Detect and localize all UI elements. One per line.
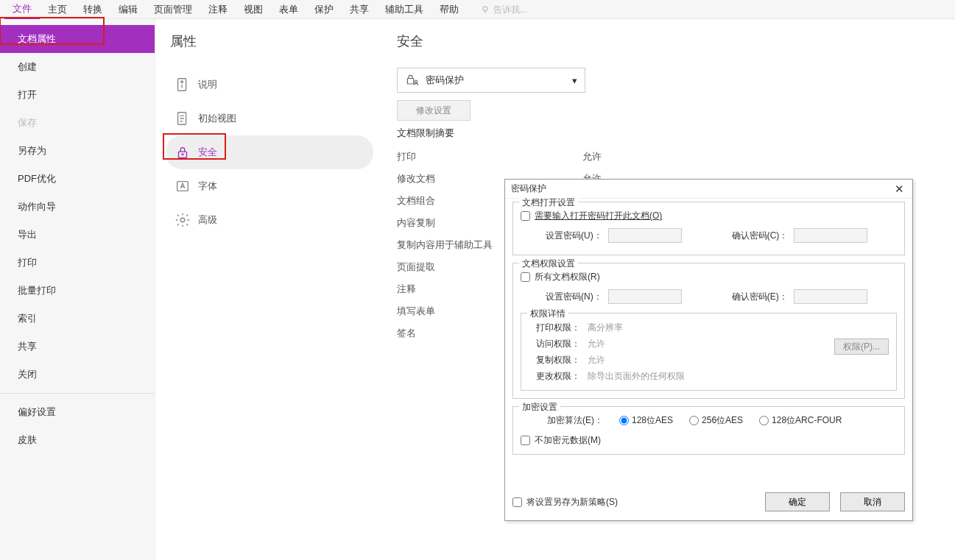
open-settings-group: 文档打开设置 需要输入打开密码打开此文档(O) 设置密码(U)： 确认密码(C)… — [512, 202, 905, 255]
enc-radio[interactable] — [619, 416, 629, 425]
ribbon-tab-protect[interactable]: 保护 — [306, 0, 342, 19]
enc-opt-128arcfour[interactable]: 128位ARC-FOUR — [759, 414, 842, 427]
properties-panel: 属性 说明 初始视图 安全 字体 高级 — [155, 19, 384, 560]
menu-share[interactable]: 共享 — [0, 333, 155, 361]
prop-item-description[interactable]: 说明 — [166, 68, 373, 102]
menu-action-wizard[interactable]: 动作向导 — [0, 193, 155, 221]
svg-point-9 — [415, 80, 417, 82]
chk-label: 所有文档权限(R) — [535, 271, 600, 283]
encryption-settings-group: 加密设置 加密算法(E)： 128位AES 256位AES 128位ARC-FO… — [512, 406, 905, 455]
modify-settings-button[interactable]: 修改设置 — [397, 100, 471, 121]
svg-point-7 — [180, 218, 185, 222]
gear-icon — [175, 212, 191, 228]
perm-key: 打印权限： — [529, 322, 580, 334]
ribbon-tab-share[interactable]: 共享 — [342, 0, 377, 19]
perm-confirm-input[interactable] — [794, 289, 867, 304]
ok-button[interactable]: 确定 — [765, 492, 830, 511]
ribbon-tab-annotate[interactable]: 注释 — [200, 0, 236, 19]
menu-label: 导出 — [18, 228, 37, 241]
open-confirm-input[interactable] — [794, 228, 867, 243]
require-open-password-checkbox[interactable]: 需要输入打开密码打开此文档(O) — [521, 210, 897, 222]
menu-label: 另存为 — [18, 144, 46, 157]
ribbon-tab-convert[interactable]: 转换 — [75, 0, 110, 19]
all-permissions-input[interactable] — [521, 272, 530, 282]
restriction-summary-title: 文档限制摘要 — [397, 127, 948, 140]
menu-label: 打开 — [18, 88, 37, 102]
ribbon-tab-form[interactable]: 表单 — [271, 0, 306, 19]
ribbon-tab-home[interactable]: 主页 — [40, 0, 75, 19]
open-pw-label: 设置密码(U)： — [546, 230, 602, 242]
enc-opt-128aes[interactable]: 128位AES — [619, 414, 673, 427]
properties-title: 属性 — [166, 32, 373, 50]
permission-settings-group: 文档权限设置 所有文档权限(R) 设置密码(N)： 确认密码(E)： 权限详情 … — [512, 263, 905, 399]
perm-password-input[interactable] — [608, 289, 682, 304]
view-icon — [175, 110, 191, 127]
dialog-close-button[interactable]: ✕ — [892, 182, 906, 196]
menu-label: 创建 — [18, 60, 37, 74]
menu-open[interactable]: 打开 — [0, 81, 155, 109]
menu-label: 动作向导 — [18, 200, 56, 213]
open-confirm-label: 确认密码(C)： — [732, 230, 789, 242]
enc-legend: 加密设置 — [519, 401, 560, 414]
menu-doc-properties[interactable]: 文档属性 — [0, 25, 155, 53]
menu-label: 索引 — [18, 312, 37, 325]
menu-label: 打印 — [18, 256, 37, 269]
ribbon-tab-pages[interactable]: 页面管理 — [146, 0, 200, 19]
save-as-policy-input[interactable] — [512, 497, 522, 507]
bulb-icon — [480, 4, 490, 15]
save-as-policy-checkbox[interactable]: 将设置另存为新策略(S) — [512, 496, 618, 508]
no-encrypt-metadata-input[interactable] — [521, 436, 530, 445]
font-icon — [175, 178, 191, 194]
menu-export[interactable]: 导出 — [0, 221, 155, 249]
enc-opt-256aes[interactable]: 256位AES — [689, 414, 743, 427]
perm-value: 允许 — [588, 354, 605, 366]
svg-rect-8 — [407, 79, 413, 85]
lock-people-icon — [405, 73, 420, 88]
ribbon-tab-edit[interactable]: 编辑 — [110, 0, 146, 19]
require-open-password-input[interactable] — [521, 211, 530, 221]
radio-label: 256位AES — [702, 414, 743, 427]
menu-label: PDF优化 — [18, 172, 56, 185]
ribbon-tab-help[interactable]: 帮助 — [431, 0, 467, 19]
password-protection-dialog: 密码保护 ✕ 文档打开设置 需要输入打开密码打开此文档(O) 设置密码(U)： … — [504, 179, 913, 521]
radio-label: 128位ARC-FOUR — [772, 414, 842, 427]
file-menu-sidebar: 文档属性 创建 打开 保存 另存为 PDF优化 动作向导 导出 打印 批量打印 … — [0, 19, 155, 560]
prop-item-fonts[interactable]: 字体 — [166, 169, 373, 203]
prop-item-advanced[interactable]: 高级 — [166, 203, 373, 237]
ribbon-tab-file[interactable]: 文件 — [4, 0, 40, 20]
menu-save-as[interactable]: 另存为 — [0, 137, 155, 165]
menu-label: 保存 — [18, 116, 37, 130]
prop-label: 高级 — [198, 213, 217, 227]
annotation-highlight-security — [163, 133, 226, 160]
tell-me-input[interactable] — [493, 4, 552, 15]
prop-item-initial-view[interactable]: 初始视图 — [166, 102, 373, 135]
enc-radio[interactable] — [689, 416, 699, 425]
menu-save: 保存 — [0, 109, 155, 137]
prop-label: 初始视图 — [198, 112, 236, 125]
menu-close[interactable]: 关闭 — [0, 361, 155, 389]
ribbon-tab-accessibility[interactable]: 辅助工具 — [377, 0, 431, 19]
menu-index[interactable]: 索引 — [0, 305, 155, 333]
menu-print[interactable]: 打印 — [0, 249, 155, 277]
summary-value: 允许 — [582, 150, 602, 163]
menu-pdf-optimize[interactable]: PDF优化 — [0, 165, 155, 193]
perm-confirm-label: 确认密码(E)： — [732, 291, 788, 303]
menu-batch-print[interactable]: 批量打印 — [0, 277, 155, 305]
enc-radio[interactable] — [759, 416, 769, 425]
ribbon-tab-view[interactable]: 视图 — [236, 0, 271, 19]
cancel-button[interactable]: 取消 — [840, 492, 905, 511]
tell-me-search[interactable] — [480, 4, 552, 15]
menu-preferences[interactable]: 偏好设置 — [0, 398, 155, 426]
select-label: 密码保护 — [426, 74, 464, 87]
menu-label: 共享 — [18, 340, 37, 353]
chk-label: 需要输入打开密码打开此文档(O) — [535, 210, 662, 222]
prop-label: 说明 — [198, 78, 217, 91]
permissions-button[interactable]: 权限(P)... — [834, 339, 889, 355]
no-encrypt-metadata-checkbox[interactable]: 不加密元数据(M) — [521, 434, 897, 447]
all-permissions-checkbox[interactable]: 所有文档权限(R) — [521, 271, 897, 283]
open-password-input[interactable] — [608, 228, 682, 243]
menu-divider — [0, 393, 155, 394]
menu-create[interactable]: 创建 — [0, 53, 155, 81]
menu-skin[interactable]: 皮肤 — [0, 426, 155, 454]
security-method-select[interactable]: 密码保护 ▾ — [397, 68, 585, 93]
